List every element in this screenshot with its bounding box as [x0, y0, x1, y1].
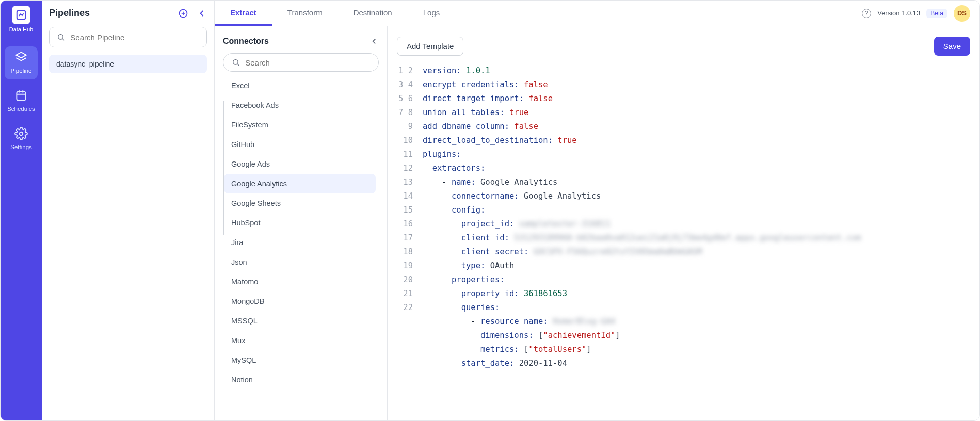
gear-icon: [14, 127, 28, 140]
svg-point-10: [58, 35, 63, 39]
connector-item[interactable]: MSSQL: [224, 311, 376, 331]
connector-search[interactable]: [223, 53, 379, 72]
connector-search-input[interactable]: [245, 58, 370, 67]
beta-badge: Beta: [926, 9, 947, 18]
code-content[interactable]: version: 1.0.1 encrypt_credentials: fals…: [417, 64, 970, 420]
connector-item[interactable]: Google Analytics: [224, 174, 376, 193]
plus-circle-icon: [178, 8, 188, 19]
line-gutter: 1 2 3 4 5 6 7 8 9 10 11 12 13 14 15 16 1…: [397, 64, 417, 420]
pipeline-search-input[interactable]: [70, 33, 199, 42]
connector-item[interactable]: MongoDB: [224, 292, 376, 311]
connector-item[interactable]: Mux: [224, 331, 376, 350]
help-button[interactable]: ?: [862, 9, 871, 18]
connectors-panel: Connectors ExcelFacebook AdsFileSystemGi…: [215, 26, 388, 420]
nav-divider: [12, 40, 30, 40]
connector-item[interactable]: HubSpot: [224, 213, 376, 233]
connector-item[interactable]: Jira: [224, 233, 376, 252]
layers-icon: [14, 51, 28, 64]
main-area: Extract Transform Destination Logs ? Ver…: [215, 1, 979, 420]
collapse-pipelines-button[interactable]: [197, 8, 207, 19]
pipelines-panel: Pipelines datasync_pipeline: [42, 1, 215, 420]
tab-logs[interactable]: Logs: [408, 1, 456, 26]
chevron-left-icon: [197, 8, 207, 19]
user-avatar[interactable]: DS: [954, 5, 970, 22]
save-button[interactable]: Save: [934, 37, 970, 56]
connector-item[interactable]: Matomo: [224, 272, 376, 292]
connector-item[interactable]: MySQL: [224, 350, 376, 370]
svg-line-13: [237, 64, 239, 66]
connector-item[interactable]: GitHub: [224, 135, 376, 154]
version-label: Version 1.0.13: [877, 9, 920, 17]
chevron-left-icon: [369, 37, 379, 46]
tab-destination[interactable]: Destination: [338, 1, 408, 26]
nav-item-schedules[interactable]: Schedules: [5, 85, 38, 118]
svg-line-11: [62, 39, 64, 40]
tab-extract[interactable]: Extract: [215, 1, 272, 26]
svg-marker-1: [16, 52, 26, 58]
nav-item-label: Pipeline: [11, 68, 32, 74]
connector-item[interactable]: Notion: [224, 370, 376, 390]
search-icon: [57, 33, 65, 42]
connector-item[interactable]: Google Ads: [224, 154, 376, 174]
code-editor[interactable]: 1 2 3 4 5 6 7 8 9 10 11 12 13 14 15 16 1…: [397, 64, 970, 420]
pipeline-item[interactable]: datasync_pipeline: [49, 55, 207, 73]
pipelines-title: Pipelines: [49, 8, 90, 19]
brand-name: Data Hub: [9, 26, 33, 33]
svg-point-12: [233, 60, 238, 64]
add-pipeline-button[interactable]: [178, 8, 188, 19]
connectors-title: Connectors: [223, 37, 269, 46]
connector-item[interactable]: Facebook Ads: [224, 95, 376, 115]
search-icon: [232, 58, 240, 67]
connector-item[interactable]: FileSystem: [224, 115, 376, 135]
nav-rail: Data Hub Pipeline Schedules Settings: [1, 1, 42, 420]
svg-rect-2: [17, 91, 25, 100]
brand-logo[interactable]: [12, 6, 30, 24]
tab-transform[interactable]: Transform: [272, 1, 338, 26]
nav-item-settings[interactable]: Settings: [5, 123, 38, 156]
nav-item-label: Settings: [10, 144, 32, 150]
topbar: Extract Transform Destination Logs ? Ver…: [215, 1, 979, 26]
nav-item-label: Schedules: [7, 106, 35, 112]
calendar-icon: [14, 89, 28, 102]
collapse-connectors-button[interactable]: [369, 37, 379, 46]
svg-point-6: [20, 132, 23, 136]
connector-item[interactable]: Json: [224, 252, 376, 272]
add-template-button[interactable]: Add Template: [397, 37, 463, 56]
connectors-list[interactable]: ExcelFacebook AdsFileSystemGitHubGoogle …: [223, 76, 379, 420]
nav-item-pipeline[interactable]: Pipeline: [5, 46, 38, 79]
connector-item[interactable]: Google Sheets: [224, 193, 376, 213]
pipeline-search[interactable]: [49, 27, 207, 47]
connector-item[interactable]: Excel: [224, 76, 376, 95]
tabs: Extract Transform Destination Logs: [215, 1, 455, 26]
editor-panel: Add Template Save 1 2 3 4 5 6 7 8 9 10 1…: [388, 26, 979, 420]
